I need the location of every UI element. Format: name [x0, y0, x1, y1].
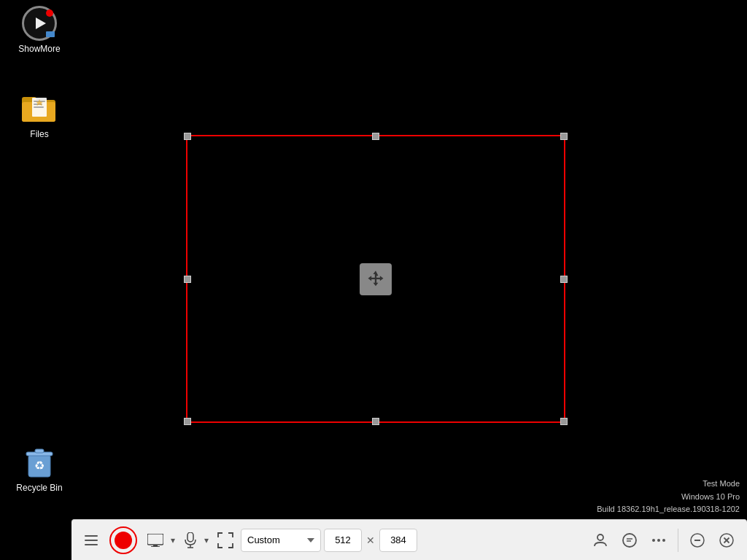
dimension-separator: ✕ — [366, 534, 375, 546]
svg-point-19 — [623, 534, 636, 547]
hamburger-button[interactable] — [79, 531, 104, 550]
svg-rect-6 — [34, 106, 44, 108]
close-button[interactable] — [713, 527, 740, 553]
test-mode-label: Test Mode — [597, 478, 740, 491]
screen-button[interactable] — [143, 531, 168, 550]
more-button[interactable] — [646, 527, 672, 553]
record-icon — [115, 532, 132, 549]
width-input[interactable] — [324, 529, 362, 552]
recycle-bin-label: Recycle Bin — [16, 483, 62, 493]
chat-button[interactable] — [616, 527, 643, 553]
svg-rect-12 — [147, 534, 163, 545]
person-button[interactable] — [587, 527, 614, 553]
fullscreen-button[interactable] — [213, 529, 238, 551]
svg-rect-10 — [35, 449, 44, 453]
svg-point-18 — [597, 534, 603, 540]
desktop-icon-showmore[interactable]: ShowMore — [10, 6, 69, 54]
files-label: Files — [30, 129, 48, 139]
move-cursor[interactable] — [360, 263, 392, 295]
desktop-icon-recycle-bin[interactable]: ♻ Recycle Bin — [10, 445, 69, 493]
svg-point-24 — [662, 539, 665, 542]
record-button[interactable] — [109, 526, 137, 554]
toolbar: ▾ ▾ Custom 720p 1080p 480p ✕ — [71, 519, 747, 560]
desktop-icon-files[interactable]: Files — [10, 91, 69, 139]
version-info: Test Mode Windows 10 Pro Build 18362.19h… — [597, 478, 740, 516]
os-label: Windows 10 Pro — [597, 491, 740, 504]
toolbar-divider — [678, 529, 678, 552]
showmore-label: ShowMore — [18, 44, 60, 54]
preset-dropdown[interactable]: Custom 720p 1080p 480p — [241, 529, 321, 552]
height-input[interactable] — [379, 529, 417, 552]
mic-button[interactable] — [179, 529, 201, 551]
svg-point-23 — [657, 539, 660, 542]
svg-point-22 — [652, 539, 655, 542]
mic-dropdown[interactable]: ▾ — [203, 534, 210, 547]
screen-dropdown[interactable]: ▾ — [169, 534, 177, 547]
mic-selector-group: ▾ — [179, 529, 210, 551]
screen-selector-group: ▾ — [143, 531, 177, 550]
build-label: Build 18362.19h1_release.190318-1202 — [597, 503, 740, 516]
svg-rect-14 — [151, 546, 160, 547]
svg-rect-15 — [187, 532, 193, 542]
minimize-button[interactable] — [684, 527, 711, 553]
svg-text:♻: ♻ — [34, 459, 44, 472]
svg-rect-13 — [153, 545, 158, 546]
